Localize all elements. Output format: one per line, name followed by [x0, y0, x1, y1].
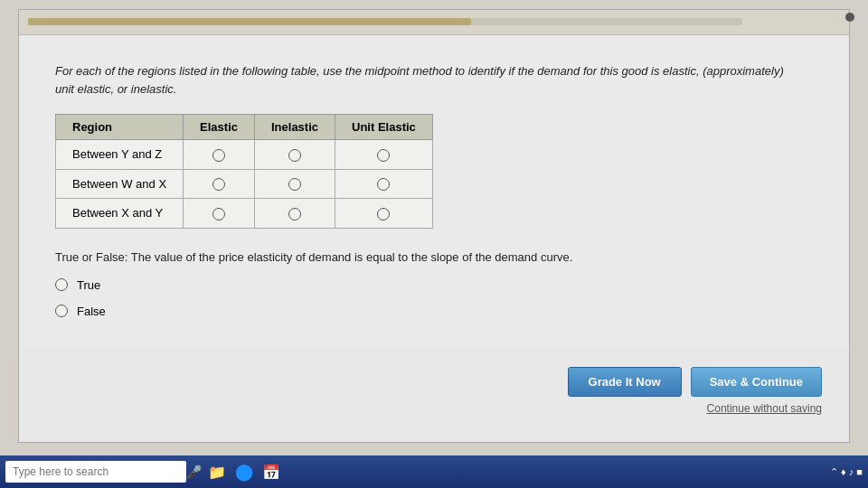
row2-inelastic[interactable] — [254, 169, 335, 199]
progress-fill — [28, 18, 471, 25]
row2-elastic[interactable] — [184, 169, 255, 199]
progress-area — [19, 10, 849, 35]
radio-row3-elastic[interactable] — [212, 208, 225, 221]
radio-row1-unit[interactable] — [377, 149, 390, 162]
elasticity-table: Region Elastic Inelastic Unit Elastic Be… — [55, 114, 433, 229]
radio-row3-inelastic[interactable] — [288, 208, 301, 221]
row3-region: Between X and Y — [56, 199, 184, 229]
edge-icon[interactable]: ⬤ — [232, 460, 256, 483]
dot-indicator — [845, 13, 854, 22]
tf-option-true[interactable]: True — [55, 278, 813, 292]
radio-row2-inelastic[interactable] — [288, 178, 301, 191]
row1-inelastic[interactable] — [254, 140, 335, 170]
table-row: Between W and X — [56, 169, 433, 199]
col-unit-elastic: Unit Elastic — [335, 115, 433, 140]
row3-elastic[interactable] — [184, 199, 255, 229]
calendar-icon[interactable]: 📅 — [259, 460, 283, 483]
row2-region: Between W and X — [56, 169, 184, 199]
taskbar-right: ⌃ ♦ ♪ ■ — [830, 466, 863, 478]
action-buttons: Grade It Now Save & Continue — [568, 367, 822, 397]
continue-without-saving-link[interactable]: Continue without saving — [707, 402, 822, 415]
row1-elastic[interactable] — [184, 140, 255, 170]
action-area: Grade It Now Save & Continue Continue wi… — [568, 367, 822, 415]
instruction-text: For each of the regions listed in the fo… — [55, 62, 797, 98]
table-row: Between Y and Z — [56, 140, 433, 170]
radio-row2-elastic[interactable] — [212, 178, 225, 191]
tf-question-text: True or False: The value of the price el… — [55, 250, 688, 264]
col-inelastic: Inelastic — [254, 115, 335, 140]
radio-row1-inelastic[interactable] — [288, 149, 301, 162]
taskbar-system-icons: ⌃ ♦ ♪ ■ — [830, 466, 863, 478]
row1-region: Between Y and Z — [56, 140, 184, 170]
row2-unit-elastic[interactable] — [335, 169, 433, 199]
radio-false[interactable] — [55, 305, 68, 317]
save-continue-button[interactable]: Save & Continue — [691, 367, 822, 397]
table-row: Between X and Y — [56, 199, 433, 229]
col-region: Region — [56, 115, 184, 140]
radio-row1-elastic[interactable] — [212, 149, 225, 162]
row1-unit-elastic[interactable] — [335, 140, 433, 170]
grade-button[interactable]: Grade It Now — [568, 367, 682, 397]
radio-row2-unit[interactable] — [377, 178, 390, 191]
tf-true-label: True — [77, 278, 100, 292]
row3-unit-elastic[interactable] — [335, 199, 433, 229]
radio-row3-unit[interactable] — [377, 208, 390, 221]
taskbar-search-input[interactable] — [5, 461, 186, 483]
col-elastic: Elastic — [184, 115, 255, 140]
tf-option-false[interactable]: False — [55, 305, 813, 318]
microphone-icon: 🎤 — [186, 465, 202, 479]
tf-false-label: False — [77, 305, 106, 318]
question-content: For each of the regions listed in the fo… — [19, 35, 849, 349]
radio-true[interactable] — [55, 278, 68, 291]
file-explorer-icon[interactable]: 📁 — [205, 460, 229, 483]
row3-inelastic[interactable] — [254, 199, 335, 229]
taskbar: 🎤 📁 ⬤ 📅 ⌃ ♦ ♪ ■ — [0, 455, 868, 488]
main-window: For each of the regions listed in the fo… — [18, 9, 850, 443]
progress-track — [28, 18, 742, 25]
